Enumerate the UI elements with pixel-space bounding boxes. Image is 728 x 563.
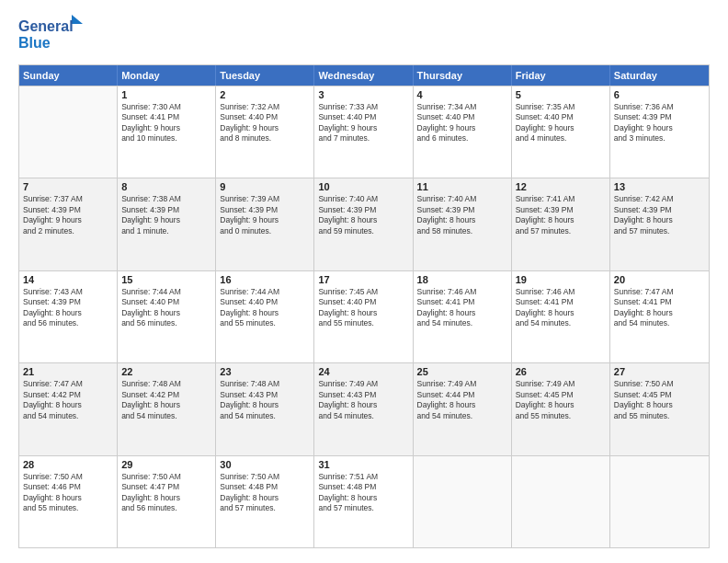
day-text-2: Sunrise: 7:32 AM Sunset: 4:40 PM Dayligh… bbox=[220, 102, 310, 144]
day-number-29: 29 bbox=[121, 459, 211, 470]
calendar-row-4: 28Sunrise: 7:50 AM Sunset: 4:46 PM Dayli… bbox=[19, 455, 709, 547]
day-5: 5Sunrise: 7:35 AM Sunset: 4:40 PM Daylig… bbox=[512, 86, 610, 178]
day-10: 10Sunrise: 7:40 AM Sunset: 4:39 PM Dayli… bbox=[314, 178, 413, 270]
day-text-21: Sunrise: 7:47 AM Sunset: 4:42 PM Dayligh… bbox=[23, 379, 113, 421]
calendar: SundayMondayTuesdayWednesdayThursdayFrid… bbox=[18, 64, 710, 548]
day-4: 4Sunrise: 7:34 AM Sunset: 4:40 PM Daylig… bbox=[414, 86, 512, 178]
day-text-9: Sunrise: 7:39 AM Sunset: 4:39 PM Dayligh… bbox=[220, 194, 310, 236]
day-2: 2Sunrise: 7:32 AM Sunset: 4:40 PM Daylig… bbox=[216, 86, 314, 178]
header: GeneralBlue bbox=[18, 15, 710, 55]
day-19: 19Sunrise: 7:46 AM Sunset: 4:41 PM Dayli… bbox=[512, 271, 610, 362]
day-text-13: Sunrise: 7:42 AM Sunset: 4:39 PM Dayligh… bbox=[614, 194, 705, 236]
day-text-31: Sunrise: 7:51 AM Sunset: 4:48 PM Dayligh… bbox=[318, 472, 408, 514]
day-24: 24Sunrise: 7:49 AM Sunset: 4:43 PM Dayli… bbox=[314, 363, 413, 454]
day-text-5: Sunrise: 7:35 AM Sunset: 4:40 PM Dayligh… bbox=[516, 102, 606, 144]
day-text-15: Sunrise: 7:44 AM Sunset: 4:40 PM Dayligh… bbox=[121, 287, 211, 329]
empty-cell-4-6 bbox=[610, 456, 709, 547]
day-number-11: 11 bbox=[417, 181, 507, 192]
day-number-18: 18 bbox=[417, 274, 507, 285]
calendar-row-0: 1Sunrise: 7:30 AM Sunset: 4:41 PM Daylig… bbox=[19, 86, 709, 178]
header-sunday: Sunday bbox=[19, 65, 118, 86]
day-29: 29Sunrise: 7:50 AM Sunset: 4:47 PM Dayli… bbox=[118, 456, 216, 547]
day-number-26: 26 bbox=[516, 366, 606, 377]
day-number-1: 1 bbox=[121, 89, 211, 100]
day-text-19: Sunrise: 7:46 AM Sunset: 4:41 PM Dayligh… bbox=[516, 287, 606, 329]
day-text-8: Sunrise: 7:38 AM Sunset: 4:39 PM Dayligh… bbox=[121, 194, 211, 236]
day-text-22: Sunrise: 7:48 AM Sunset: 4:42 PM Dayligh… bbox=[121, 379, 211, 421]
day-text-12: Sunrise: 7:41 AM Sunset: 4:39 PM Dayligh… bbox=[516, 194, 606, 236]
svg-text:General: General bbox=[18, 18, 74, 34]
day-number-12: 12 bbox=[516, 181, 606, 192]
day-number-13: 13 bbox=[614, 181, 705, 192]
day-number-9: 9 bbox=[220, 181, 310, 192]
empty-cell-4-5 bbox=[512, 456, 610, 547]
day-text-24: Sunrise: 7:49 AM Sunset: 4:43 PM Dayligh… bbox=[318, 379, 408, 421]
day-number-8: 8 bbox=[121, 181, 211, 192]
day-number-21: 21 bbox=[23, 366, 113, 377]
logo-svg: GeneralBlue bbox=[18, 15, 83, 55]
header-friday: Friday bbox=[512, 65, 610, 86]
day-15: 15Sunrise: 7:44 AM Sunset: 4:40 PM Dayli… bbox=[118, 271, 216, 362]
day-number-22: 22 bbox=[121, 366, 211, 377]
calendar-row-2: 14Sunrise: 7:43 AM Sunset: 4:39 PM Dayli… bbox=[19, 270, 709, 362]
header-monday: Monday bbox=[118, 65, 216, 86]
day-21: 21Sunrise: 7:47 AM Sunset: 4:42 PM Dayli… bbox=[19, 363, 118, 454]
day-8: 8Sunrise: 7:38 AM Sunset: 4:39 PM Daylig… bbox=[118, 178, 216, 270]
day-3: 3Sunrise: 7:33 AM Sunset: 4:40 PM Daylig… bbox=[314, 86, 413, 178]
day-text-11: Sunrise: 7:40 AM Sunset: 4:39 PM Dayligh… bbox=[417, 194, 507, 236]
day-number-10: 10 bbox=[318, 181, 408, 192]
svg-marker-0 bbox=[72, 15, 83, 24]
day-7: 7Sunrise: 7:37 AM Sunset: 4:39 PM Daylig… bbox=[19, 178, 118, 270]
day-number-7: 7 bbox=[23, 181, 113, 192]
day-text-16: Sunrise: 7:44 AM Sunset: 4:40 PM Dayligh… bbox=[220, 287, 310, 329]
day-number-2: 2 bbox=[220, 89, 310, 100]
day-text-1: Sunrise: 7:30 AM Sunset: 4:41 PM Dayligh… bbox=[121, 102, 211, 144]
svg-text:Blue: Blue bbox=[18, 35, 51, 51]
day-text-3: Sunrise: 7:33 AM Sunset: 4:40 PM Dayligh… bbox=[318, 102, 408, 144]
page: GeneralBlue SundayMondayTuesdayWednesday… bbox=[0, 0, 728, 563]
day-text-29: Sunrise: 7:50 AM Sunset: 4:47 PM Dayligh… bbox=[121, 472, 211, 514]
day-number-17: 17 bbox=[318, 274, 408, 285]
day-text-30: Sunrise: 7:50 AM Sunset: 4:48 PM Dayligh… bbox=[220, 472, 310, 514]
day-30: 30Sunrise: 7:50 AM Sunset: 4:48 PM Dayli… bbox=[216, 456, 314, 547]
day-14: 14Sunrise: 7:43 AM Sunset: 4:39 PM Dayli… bbox=[19, 271, 118, 362]
day-number-4: 4 bbox=[417, 89, 507, 100]
header-thursday: Thursday bbox=[414, 65, 512, 86]
day-number-19: 19 bbox=[516, 274, 606, 285]
day-25: 25Sunrise: 7:49 AM Sunset: 4:44 PM Dayli… bbox=[414, 363, 512, 454]
day-number-16: 16 bbox=[220, 274, 310, 285]
day-number-20: 20 bbox=[614, 274, 705, 285]
day-text-23: Sunrise: 7:48 AM Sunset: 4:43 PM Dayligh… bbox=[220, 379, 310, 421]
day-number-27: 27 bbox=[614, 366, 705, 377]
calendar-header: SundayMondayTuesdayWednesdayThursdayFrid… bbox=[19, 65, 709, 86]
day-text-25: Sunrise: 7:49 AM Sunset: 4:44 PM Dayligh… bbox=[417, 379, 507, 421]
header-saturday: Saturday bbox=[610, 65, 709, 86]
day-text-7: Sunrise: 7:37 AM Sunset: 4:39 PM Dayligh… bbox=[23, 194, 113, 236]
header-wednesday: Wednesday bbox=[314, 65, 413, 86]
day-number-5: 5 bbox=[516, 89, 606, 100]
calendar-row-1: 7Sunrise: 7:37 AM Sunset: 4:39 PM Daylig… bbox=[19, 178, 709, 270]
day-number-3: 3 bbox=[318, 89, 408, 100]
day-number-31: 31 bbox=[318, 459, 408, 470]
empty-cell-4-4 bbox=[414, 456, 512, 547]
day-12: 12Sunrise: 7:41 AM Sunset: 4:39 PM Dayli… bbox=[512, 178, 610, 270]
day-text-18: Sunrise: 7:46 AM Sunset: 4:41 PM Dayligh… bbox=[417, 287, 507, 329]
empty-cell-0-0 bbox=[19, 86, 118, 178]
calendar-body: 1Sunrise: 7:30 AM Sunset: 4:41 PM Daylig… bbox=[19, 86, 709, 547]
day-number-15: 15 bbox=[121, 274, 211, 285]
day-text-6: Sunrise: 7:36 AM Sunset: 4:39 PM Dayligh… bbox=[614, 102, 705, 144]
day-text-26: Sunrise: 7:49 AM Sunset: 4:45 PM Dayligh… bbox=[516, 379, 606, 421]
day-11: 11Sunrise: 7:40 AM Sunset: 4:39 PM Dayli… bbox=[414, 178, 512, 270]
day-text-10: Sunrise: 7:40 AM Sunset: 4:39 PM Dayligh… bbox=[318, 194, 408, 236]
day-text-17: Sunrise: 7:45 AM Sunset: 4:40 PM Dayligh… bbox=[318, 287, 408, 329]
day-27: 27Sunrise: 7:50 AM Sunset: 4:45 PM Dayli… bbox=[610, 363, 709, 454]
day-13: 13Sunrise: 7:42 AM Sunset: 4:39 PM Dayli… bbox=[610, 178, 709, 270]
day-16: 16Sunrise: 7:44 AM Sunset: 4:40 PM Dayli… bbox=[216, 271, 314, 362]
day-number-25: 25 bbox=[417, 366, 507, 377]
day-26: 26Sunrise: 7:49 AM Sunset: 4:45 PM Dayli… bbox=[512, 363, 610, 454]
day-number-30: 30 bbox=[220, 459, 310, 470]
day-17: 17Sunrise: 7:45 AM Sunset: 4:40 PM Dayli… bbox=[314, 271, 413, 362]
logo: GeneralBlue bbox=[18, 15, 83, 55]
day-18: 18Sunrise: 7:46 AM Sunset: 4:41 PM Dayli… bbox=[414, 271, 512, 362]
calendar-row-3: 21Sunrise: 7:47 AM Sunset: 4:42 PM Dayli… bbox=[19, 362, 709, 454]
